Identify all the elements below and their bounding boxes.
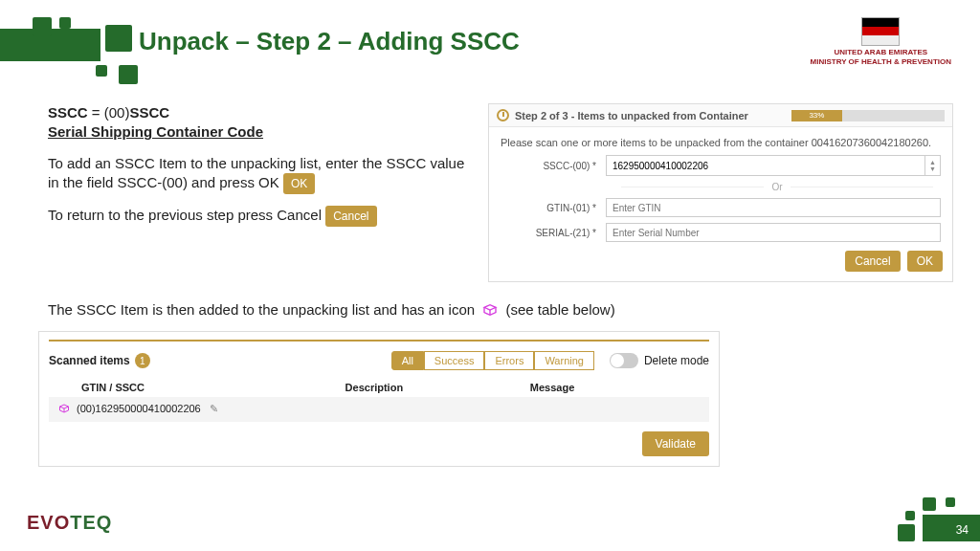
evoteq-logo: EVOTEQ	[27, 512, 112, 534]
progress-bar: 33%	[791, 110, 945, 121]
sscc-term: SSCC	[48, 104, 88, 121]
serial-input[interactable]	[606, 223, 941, 242]
scanned-items-heading: Scanned items	[49, 354, 130, 367]
gov-line1: UNITED ARAB EMIRATES	[811, 48, 951, 57]
ok-button-inline: OK	[283, 173, 315, 194]
form-step-title: Step 2 of 3 - Items to unpacked from Con…	[515, 110, 748, 121]
serial-label: SERIAL-(21) *	[501, 228, 606, 238]
filter-errors[interactable]: Errors	[484, 351, 534, 370]
page-number: 34	[956, 523, 969, 537]
row-sscc-value: (00)162950000410002206	[77, 403, 201, 414]
scanned-items-panel: Scanned items 1 All Success Errors Warni…	[38, 331, 720, 467]
result-text: The SSCC Item is then added to the unpac…	[48, 301, 890, 320]
validate-button[interactable]: Validate	[642, 431, 709, 456]
delete-mode-label: Delete mode	[644, 354, 709, 367]
spinner-icon[interactable]: ▲▼	[924, 156, 940, 175]
uae-emblem-icon	[861, 17, 900, 46]
gtin-label: GTIN-(01) *	[501, 203, 606, 213]
filter-all[interactable]: All	[391, 351, 424, 370]
sscc-definition: Serial Shipping Container Code	[48, 123, 263, 140]
col-desc: Description	[340, 378, 524, 397]
page-title: Unpack – Step 2 – Adding SSCC	[139, 27, 520, 56]
ok-button[interactable]: OK	[907, 251, 943, 272]
unpack-form-panel: Step 2 of 3 - Items to unpacked from Con…	[488, 103, 953, 282]
cancel-button-inline: Cancel	[325, 206, 376, 227]
sscc-input[interactable]	[607, 156, 924, 175]
package-icon	[482, 302, 498, 320]
scanned-count-badge: 1	[135, 353, 150, 368]
clock-icon	[497, 109, 509, 121]
col-msg: Message	[524, 378, 709, 397]
filter-success[interactable]: Success	[424, 351, 485, 370]
table-row: (00)162950000410002206 ✎	[49, 397, 709, 422]
gov-logo: UNITED ARAB EMIRATES MINISTRY OF HEALTH …	[811, 17, 951, 66]
instruction-p2: To return to the previous step press Can…	[48, 207, 322, 223]
gtin-input[interactable]	[606, 198, 941, 217]
gov-line2: MINISTRY OF HEALTH & PREVENTION	[811, 57, 951, 67]
progress-fill: 33%	[791, 110, 842, 121]
or-divider: Or	[489, 179, 952, 195]
sscc-label: SSCC-(00) *	[501, 161, 606, 171]
edit-icon[interactable]: ✎	[210, 403, 218, 414]
filter-warning[interactable]: Warning	[534, 351, 594, 370]
form-instruction: Please scan one or more items to be unpa…	[489, 127, 952, 152]
delete-mode-toggle[interactable]	[610, 353, 638, 368]
col-gtin: GTIN / SSCC	[49, 378, 340, 397]
cancel-button[interactable]: Cancel	[845, 251, 900, 272]
instruction-p1: To add an SSCC Item to the unpacking lis…	[48, 155, 464, 190]
package-icon	[58, 403, 70, 416]
instruction-text: SSCC = (00)SSCC Serial Shipping Containe…	[48, 103, 469, 238]
